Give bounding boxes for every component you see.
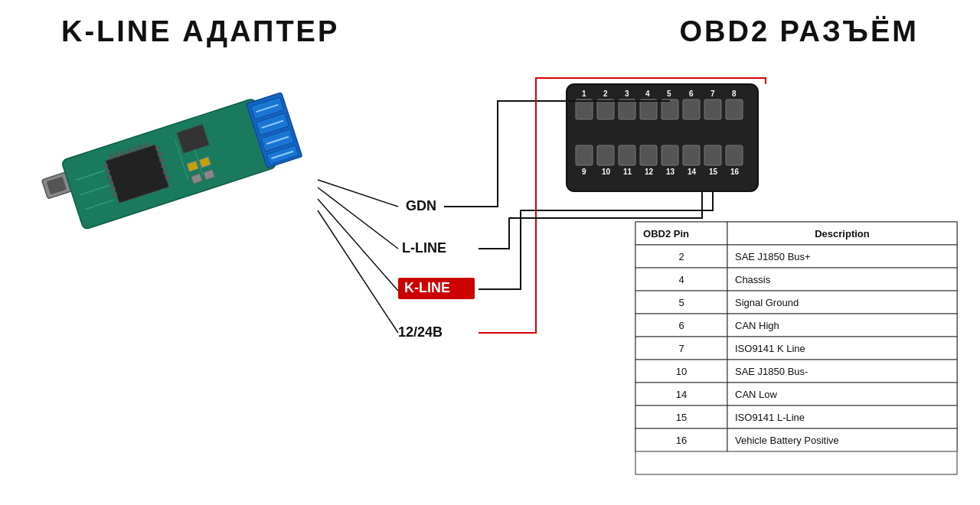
svg-rect-82 (726, 145, 743, 165)
svg-text:4: 4 (645, 90, 650, 98)
svg-text:13: 13 (666, 168, 675, 176)
svg-text:4: 4 (678, 274, 684, 285)
svg-rect-78 (683, 145, 700, 165)
svg-text:L-LINE: L-LINE (402, 240, 446, 256)
svg-rect-54 (597, 99, 614, 119)
svg-text:CAN Low: CAN Low (735, 389, 778, 400)
svg-text:1: 1 (582, 90, 586, 98)
svg-rect-76 (662, 145, 678, 165)
svg-rect-66 (726, 99, 743, 119)
svg-text:3: 3 (625, 90, 629, 98)
svg-text:2: 2 (603, 90, 608, 98)
svg-rect-52 (576, 99, 593, 119)
svg-text:16: 16 (730, 168, 740, 176)
svg-text:6: 6 (689, 90, 694, 98)
main-container: K-LINE АДАПТЕР OBD2 РАЗЪЁМ (0, 0, 980, 505)
svg-text:7: 7 (710, 90, 715, 98)
svg-text:K-LINE: K-LINE (404, 280, 450, 295)
svg-rect-80 (704, 145, 721, 165)
title-left: K-LINE АДАПТЕР (61, 15, 339, 48)
svg-text:14: 14 (676, 389, 687, 400)
svg-line-43 (318, 187, 398, 249)
svg-text:Signal Ground: Signal Ground (735, 297, 799, 308)
svg-text:15: 15 (709, 168, 718, 176)
svg-line-42 (318, 180, 398, 207)
svg-text:ISO9141 L-Line: ISO9141 L-Line (735, 412, 805, 423)
svg-text:5: 5 (667, 90, 671, 98)
svg-rect-2 (61, 98, 276, 230)
svg-text:10: 10 (676, 366, 687, 377)
svg-text:16: 16 (676, 435, 687, 446)
svg-text:7: 7 (678, 343, 684, 354)
svg-text:9: 9 (582, 168, 586, 176)
svg-text:6: 6 (678, 320, 684, 331)
svg-rect-72 (619, 145, 635, 165)
svg-rect-56 (619, 99, 635, 119)
svg-text:10: 10 (602, 168, 611, 176)
title-right: OBD2 РАЗЪЁМ (679, 15, 919, 48)
svg-text:OBD2 Pin: OBD2 Pin (643, 228, 689, 239)
svg-line-45 (318, 210, 398, 333)
svg-text:SAE J1850 Bus+: SAE J1850 Bus+ (735, 251, 811, 262)
svg-rect-74 (640, 145, 657, 165)
svg-rect-60 (662, 99, 678, 119)
svg-text:CAN High: CAN High (735, 320, 779, 331)
svg-text:8: 8 (732, 90, 737, 98)
svg-text:SAE J1850 Bus-: SAE J1850 Bus- (735, 366, 808, 377)
svg-rect-58 (640, 99, 657, 119)
svg-text:GDN: GDN (406, 198, 436, 213)
svg-text:14: 14 (688, 168, 697, 176)
svg-text:12/24В: 12/24В (398, 324, 443, 340)
svg-text:Chassis: Chassis (735, 274, 771, 285)
svg-rect-70 (597, 145, 614, 165)
svg-text:11: 11 (623, 168, 632, 176)
svg-text:15: 15 (676, 412, 687, 423)
svg-rect-64 (704, 99, 721, 119)
svg-text:Vehicle Battery Positive: Vehicle Battery Positive (735, 435, 839, 446)
svg-text:2: 2 (678, 251, 684, 262)
svg-rect-62 (683, 99, 700, 119)
svg-line-44 (318, 199, 398, 291)
svg-rect-68 (576, 145, 593, 165)
svg-text:12: 12 (645, 168, 654, 176)
svg-text:ISO9141 K Line: ISO9141 K Line (735, 343, 805, 354)
svg-text:5: 5 (678, 297, 684, 308)
diagram-svg: GDN L-LINE K-LINE 12/24В 1 2 3 4 5 (0, 46, 980, 490)
svg-text:Description: Description (815, 228, 870, 239)
